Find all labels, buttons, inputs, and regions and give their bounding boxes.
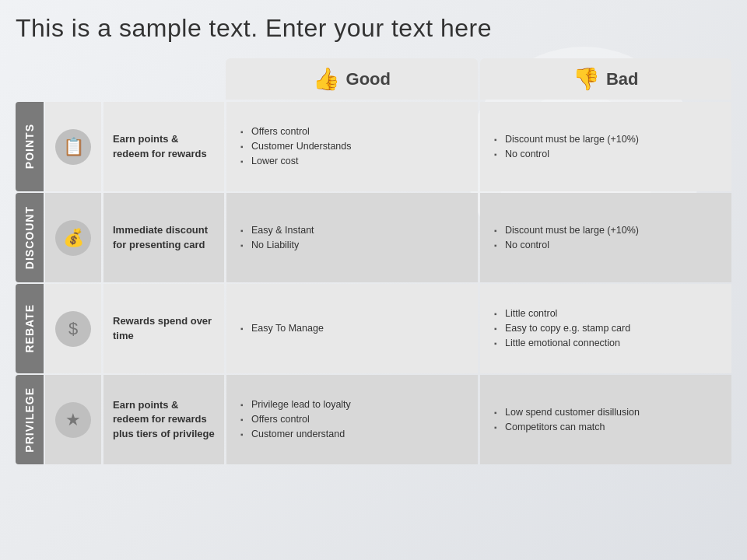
bad-cell: Low spend customer disillusionCompetitor… <box>480 375 731 464</box>
thumbs-up-icon: 👍 <box>313 66 340 92</box>
description-cell: Earn points & redeem for rewards <box>103 102 224 191</box>
good-cell: Easy To Manage <box>226 284 478 373</box>
list-item: Customer Understands <box>240 139 468 154</box>
header-row: 👍 Good 👎 Bad <box>105 58 731 100</box>
list-item: Little emotional connection <box>494 336 722 351</box>
good-header: 👍 Good <box>226 58 478 100</box>
list-item: Privilege lead to loyalty <box>240 397 468 412</box>
table-row: Discount💰Immediate discount for presenti… <box>16 193 731 282</box>
list-item: No control <box>494 238 722 253</box>
page-title: This is a sample text. Enter your text h… <box>16 14 731 43</box>
sidebar-label: Rebate <box>16 284 44 373</box>
list-item: Lower cost <box>240 154 468 169</box>
table-row: Privilege★Earn points & redeem for rewar… <box>16 375 731 464</box>
icon-cell: 💰 <box>45 193 101 282</box>
sidebar-label: Privilege <box>16 375 44 464</box>
list-item: Easy & Instant <box>240 223 468 238</box>
sidebar-text: Privilege <box>23 387 36 453</box>
sidebar-text: Discount <box>23 206 36 269</box>
bad-cell: Discount must be large (+10%)No control <box>480 193 731 282</box>
row-icon: ★ <box>55 402 91 438</box>
icon-cell: ★ <box>45 375 101 464</box>
table-row: Rebate$Rewards spend over timeEasy To Ma… <box>16 284 731 373</box>
thumbs-down-icon: 👎 <box>573 66 600 92</box>
list-item: Discount must be large (+10%) <box>494 132 722 147</box>
list-item: No Liability <box>240 238 468 253</box>
good-cell: Easy & InstantNo Liability <box>226 193 478 282</box>
list-item: Competitors can match <box>494 420 722 435</box>
list-item: Customer understand <box>240 427 468 442</box>
sidebar-label: Discount <box>16 193 44 282</box>
description-cell: Rewards spend over time <box>103 284 224 373</box>
sidebar-text: Rebate <box>23 304 36 353</box>
bad-label: Bad <box>606 69 639 89</box>
row-icon: $ <box>55 311 91 347</box>
list-item: Offers control <box>240 124 468 139</box>
description-cell: Immediate discount for presenting card <box>103 193 224 282</box>
description-cell: Earn points & redeem for rewards plus ti… <box>103 375 224 464</box>
bad-cell: Discount must be large (+10%)No control <box>480 102 731 191</box>
list-item: Little control <box>494 306 722 321</box>
good-cell: Privilege lead to loyaltyOffers controlC… <box>226 375 478 464</box>
list-item: Easy To Manage <box>240 321 468 336</box>
icon-cell: $ <box>45 284 101 373</box>
data-rows: Points📋Earn points & redeem for rewardsO… <box>16 102 731 464</box>
list-item: Low spend customer disillusion <box>494 405 722 420</box>
bad-header: 👎 Bad <box>480 58 732 100</box>
list-item: No control <box>494 147 722 162</box>
good-cell: Offers controlCustomer UnderstandsLower … <box>226 102 478 191</box>
main-table: 👍 Good 👎 Bad Points📋Earn points & redeem… <box>16 58 731 464</box>
icon-cell: 📋 <box>45 102 101 191</box>
row-icon: 💰 <box>55 220 91 256</box>
good-label: Good <box>346 69 391 89</box>
bad-cell: Little controlEasy to copy e.g. stamp ca… <box>480 284 731 373</box>
list-item: Easy to copy e.g. stamp card <box>494 321 722 336</box>
table-row: Points📋Earn points & redeem for rewardsO… <box>16 102 731 191</box>
sidebar-label: Points <box>16 102 44 191</box>
list-item: Discount must be large (+10%) <box>494 223 722 238</box>
sidebar-text: Points <box>23 124 36 169</box>
list-item: Offers control <box>240 412 468 427</box>
row-icon: 📋 <box>55 129 91 165</box>
